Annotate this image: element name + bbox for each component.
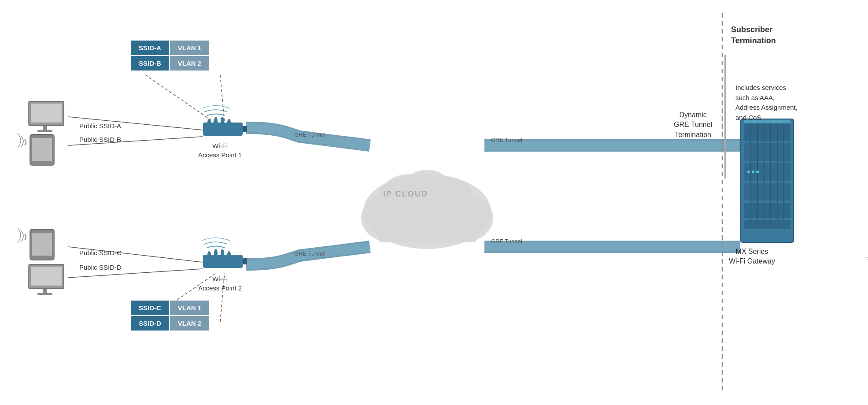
svg-point-29 <box>747 171 750 173</box>
mx-series-label: MX SeriesWi-Fi Gateway <box>729 247 775 267</box>
svg-rect-22 <box>744 123 790 141</box>
svg-rect-46 <box>43 126 47 130</box>
svg-point-31 <box>756 171 759 173</box>
ssid-d-label: SSID-D <box>130 316 170 331</box>
svg-point-40 <box>214 249 218 258</box>
svg-rect-45 <box>31 104 62 123</box>
ip-cloud-label: IP CLOUD <box>383 189 428 199</box>
svg-point-34 <box>214 117 218 126</box>
gre-tunnel-bottom-right-label: GRE Tunnel <box>491 238 522 245</box>
public-ssid-c-label: Public SSID-C <box>79 249 122 256</box>
svg-rect-26 <box>744 203 790 218</box>
svg-rect-14 <box>379 212 476 242</box>
svg-rect-44 <box>29 101 64 126</box>
gre-tunnel-top-left-label: GRE Tunnel <box>294 131 325 138</box>
svg-rect-52 <box>29 264 64 289</box>
svg-rect-53 <box>31 267 62 286</box>
svg-rect-32 <box>203 123 243 136</box>
svg-point-42 <box>227 251 231 258</box>
vlan2-top-label: VLAN 2 <box>170 56 210 71</box>
svg-point-33 <box>207 119 211 126</box>
svg-rect-27 <box>744 220 790 229</box>
vlan2-bottom-label: VLAN 2 <box>170 316 210 331</box>
ssid-row-c: SSID-C VLAN 1 <box>130 300 210 316</box>
ssid-b-label: SSID-B <box>130 56 170 71</box>
svg-rect-47 <box>37 130 52 132</box>
svg-point-36 <box>227 119 231 126</box>
subscriber-termination-label: SubscriberTermination <box>731 24 776 46</box>
gre-tunnel-top-right-label: GRE Tunnel <box>491 137 522 143</box>
svg-rect-51 <box>32 233 52 256</box>
vlan1-bottom-label: VLAN 1 <box>170 300 210 316</box>
wifi-ap2-label: Wi-FiAccess Point 2 <box>198 274 242 293</box>
wifi-ap1-label: Wi-FiAccess Point 1 <box>198 141 242 160</box>
vlan1-top-label: VLAN 1 <box>170 40 210 56</box>
dynamic-gre-label: DynamicGRE TunnelTermination <box>674 110 712 140</box>
ssid-table-bottom: SSID-C VLAN 1 SSID-D VLAN 2 <box>130 300 210 331</box>
svg-rect-55 <box>37 293 52 295</box>
svg-rect-38 <box>203 255 243 268</box>
ssid-row-a: SSID-A VLAN 1 <box>130 40 210 56</box>
svg-rect-25 <box>744 183 790 201</box>
svg-rect-49 <box>32 138 52 161</box>
svg-point-39 <box>207 251 211 258</box>
svg-point-41 <box>221 249 224 258</box>
ssid-row-b: SSID-B VLAN 2 <box>130 56 210 71</box>
ssid-a-label: SSID-A <box>130 40 170 56</box>
svg-point-8 <box>363 174 491 249</box>
svg-line-0 <box>145 75 216 123</box>
public-ssid-b-label: Public SSID-B <box>79 136 121 143</box>
svg-rect-24 <box>744 163 790 181</box>
vertical-bar-annotation <box>724 55 726 178</box>
ssid-table-top: SSID-A VLAN 1 SSID-B VLAN 2 <box>130 40 210 71</box>
svg-point-9 <box>361 194 423 242</box>
ssid-c-label: SSID-C <box>130 300 170 316</box>
svg-point-10 <box>432 194 493 242</box>
svg-rect-23 <box>744 143 790 161</box>
svg-rect-15 <box>741 119 794 242</box>
svg-point-35 <box>221 117 224 126</box>
gre-tunnel-bottom-left-label: GRE Tunnel <box>294 250 325 257</box>
svg-rect-54 <box>43 289 47 293</box>
svg-rect-37 <box>243 126 247 132</box>
svg-rect-48 <box>30 134 54 165</box>
includes-services-label: Includes servicessuch as AAA,Address Ass… <box>735 83 798 123</box>
svg-rect-43 <box>243 258 247 264</box>
svg-line-1 <box>220 75 225 123</box>
public-ssid-d-label: Public SSID-D <box>79 264 122 271</box>
svg-point-30 <box>752 171 754 173</box>
ssid-row-d: SSID-D VLAN 2 <box>130 316 210 331</box>
svg-rect-50 <box>30 229 54 260</box>
diagram-container: SSID-A VLAN 1 SSID-B VLAN 2 SSID-C VLAN … <box>0 0 868 405</box>
public-ssid-a-label: Public SSID-A <box>79 122 121 130</box>
